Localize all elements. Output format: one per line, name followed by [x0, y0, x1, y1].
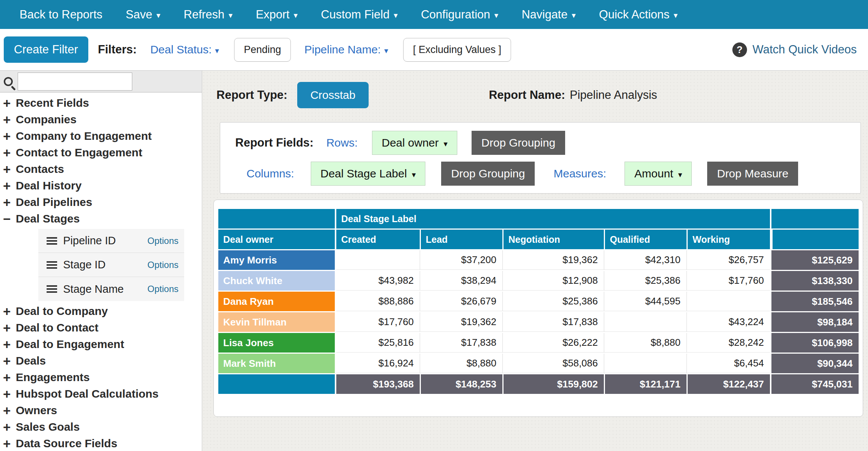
- expand-icon[interactable]: +: [3, 179, 16, 192]
- nav-item-quick-actions[interactable]: Quick Actions▾: [599, 8, 677, 21]
- sidebar-item-owners[interactable]: +Owners: [3, 402, 202, 419]
- column-total-cell: $121,171: [604, 374, 687, 394]
- columns-drop-grouping-zone[interactable]: Drop Grouping: [441, 162, 535, 186]
- value-cell: $25,386: [604, 271, 687, 291]
- nav-item-label: Refresh: [184, 8, 225, 21]
- sidebar-item-data-source-fields[interactable]: +Data Source Fields: [3, 435, 202, 451]
- field-item-stage-id[interactable]: Stage IDOptions: [38, 253, 184, 277]
- expand-icon[interactable]: +: [3, 146, 16, 159]
- sidebar-item-engagements[interactable]: +Engagements: [3, 369, 202, 386]
- value-cell: $17,838: [502, 312, 604, 332]
- expand-icon[interactable]: +: [3, 338, 16, 351]
- sidebar-item-deal-stages[interactable]: −Deal Stages: [3, 210, 202, 227]
- expand-icon[interactable]: +: [3, 321, 16, 334]
- collapse-icon[interactable]: −: [3, 212, 16, 226]
- measures-field-value: Amount: [634, 167, 673, 180]
- expand-icon[interactable]: +: [3, 305, 16, 318]
- nav-item-label: Save: [126, 8, 153, 21]
- create-filter-button[interactable]: Create Filter: [4, 36, 88, 63]
- pipeline-name-value-chip[interactable]: [ Excluding Values ]: [403, 38, 511, 62]
- field-item-label: Stage ID: [63, 259, 106, 271]
- expand-icon[interactable]: +: [3, 371, 16, 384]
- measures-label: Measures:: [553, 167, 606, 180]
- sidebar-item-deal-history[interactable]: +Deal History: [3, 177, 202, 194]
- caret-down-icon: ▾: [394, 10, 398, 19]
- search-input[interactable]: [18, 73, 132, 91]
- sidebar-item-companies[interactable]: +Companies: [3, 111, 202, 128]
- expand-icon[interactable]: +: [3, 354, 16, 368]
- expand-icon[interactable]: +: [3, 421, 16, 434]
- field-item-stage-name[interactable]: Stage NameOptions: [38, 277, 184, 301]
- expand-icon[interactable]: +: [3, 387, 16, 401]
- nav-item-back-to-reports[interactable]: Back to Reports: [20, 8, 103, 21]
- pipeline-name-filter[interactable]: Pipeline Name: ▾: [304, 43, 388, 56]
- deal-status-value-chip[interactable]: Pending: [234, 38, 291, 62]
- report-fields-title: Report Fields:: [235, 136, 313, 150]
- nav-item-custom-field[interactable]: Custom Field▾: [321, 8, 398, 21]
- nav-item-navigate[interactable]: Navigate▾: [522, 8, 576, 21]
- sidebar-item-deals[interactable]: +Deals: [3, 353, 202, 369]
- options-link[interactable]: Options: [147, 236, 178, 246]
- measures-field-button[interactable]: Amount ▾: [625, 162, 692, 186]
- report-fields-row-1: Report Fields: Rows: Deal owner ▾ Drop G…: [235, 131, 860, 155]
- report-type-crosstab-button[interactable]: Crosstab: [297, 82, 369, 108]
- crosstab-row-chuck-white: Chuck White$43,982$38,294$12,908$25,386$…: [218, 271, 863, 291]
- sidebar-item-recent-fields[interactable]: +Recent Fields: [3, 95, 202, 111]
- expand-icon[interactable]: +: [3, 130, 16, 143]
- expand-icon[interactable]: +: [3, 97, 16, 110]
- options-link[interactable]: Options: [147, 260, 178, 270]
- value-cell: $8,880: [420, 354, 502, 373]
- deal-status-filter[interactable]: Deal Status: ▾: [150, 43, 219, 56]
- value-cell: $26,222: [502, 333, 604, 353]
- crosstab-header-row: Deal ownerCreatedLeadNegotiationQualifie…: [218, 230, 863, 249]
- sidebar-item-deal-to-company[interactable]: +Deal to Company: [3, 303, 202, 319]
- columns-field-button[interactable]: Deal Stage Label ▾: [311, 162, 426, 186]
- expand-icon[interactable]: +: [3, 196, 16, 209]
- field-item-pipeline-id[interactable]: Pipeline IDOptions: [38, 229, 184, 253]
- nav-item-label: Navigate: [522, 8, 567, 21]
- options-link[interactable]: Options: [147, 284, 178, 294]
- caret-down-icon: ▾: [494, 10, 499, 19]
- sidebar-item-contacts[interactable]: +Contacts: [3, 161, 202, 177]
- sidebar-item-deal-to-engagement[interactable]: +Deal to Engagement: [3, 336, 202, 353]
- nav-item-save[interactable]: Save▾: [126, 8, 160, 21]
- sidebar-item-deal-to-contact[interactable]: +Deal to Contact: [3, 319, 202, 336]
- caret-down-icon: ▾: [674, 10, 678, 19]
- watch-quick-videos-link[interactable]: ? Watch Quick Videos: [732, 42, 857, 57]
- nav-item-refresh[interactable]: Refresh▾: [184, 8, 233, 21]
- expand-icon[interactable]: +: [3, 113, 16, 126]
- expand-icon[interactable]: +: [3, 404, 16, 417]
- sidebar-item-contact-to-engagement[interactable]: +Contact to Engagement: [3, 144, 202, 161]
- list-icon: [47, 285, 57, 287]
- rows-drop-grouping-zone[interactable]: Drop Grouping: [472, 131, 565, 155]
- sidebar-item-deal-pipelines[interactable]: +Deal Pipelines: [3, 194, 202, 210]
- corner-cell: [218, 209, 335, 229]
- expand-icon[interactable]: +: [3, 163, 16, 176]
- nav-item-export[interactable]: Export▾: [256, 8, 298, 21]
- crosstab-row-kevin-tillman: Kevin Tillman$17,760$19,362$17,838$43,22…: [218, 312, 863, 332]
- measures-drop-zone[interactable]: Drop Measure: [707, 162, 798, 186]
- column-header-cell: Working: [687, 230, 770, 249]
- help-icon[interactable]: ?: [732, 42, 747, 57]
- value-cell: [687, 292, 770, 311]
- value-cell: $26,757: [687, 250, 770, 270]
- value-cell: $19,362: [420, 312, 502, 332]
- row-label-cell: Mark Smith: [218, 354, 335, 373]
- sidebar-item-company-to-engagement[interactable]: +Company to Engagement: [3, 128, 202, 144]
- crosstab-row-mark-smith: Mark Smith$16,924$8,880$58,086$6,454$90,…: [218, 354, 863, 373]
- row-header-cell: Deal owner: [218, 230, 335, 249]
- row-total-cell: $125,629: [771, 250, 859, 270]
- expand-icon[interactable]: +: [3, 437, 16, 450]
- column-group-header-cell: Deal Stage Label: [336, 209, 770, 229]
- value-cell: $16,924: [336, 354, 420, 373]
- sidebar-search-row: [0, 71, 202, 92]
- nav-item-configuration[interactable]: Configuration▾: [421, 8, 498, 21]
- report-type-label: Report Type:: [216, 88, 287, 102]
- nav-item-label: Quick Actions: [599, 8, 670, 21]
- rows-field-button[interactable]: Deal owner ▾: [372, 131, 457, 155]
- row-total-cell: $185,546: [771, 292, 859, 311]
- sidebar-item-sales-goals[interactable]: +Sales Goals: [3, 419, 202, 435]
- sidebar-item-hubspot-deal-calculations[interactable]: +Hubspot Deal Calculations: [3, 386, 202, 402]
- report-fields-row-2: Columns: Deal Stage Label ▾ Drop Groupin…: [235, 162, 860, 186]
- sidebar-item-label: Hubspot Deal Calculations: [16, 387, 159, 400]
